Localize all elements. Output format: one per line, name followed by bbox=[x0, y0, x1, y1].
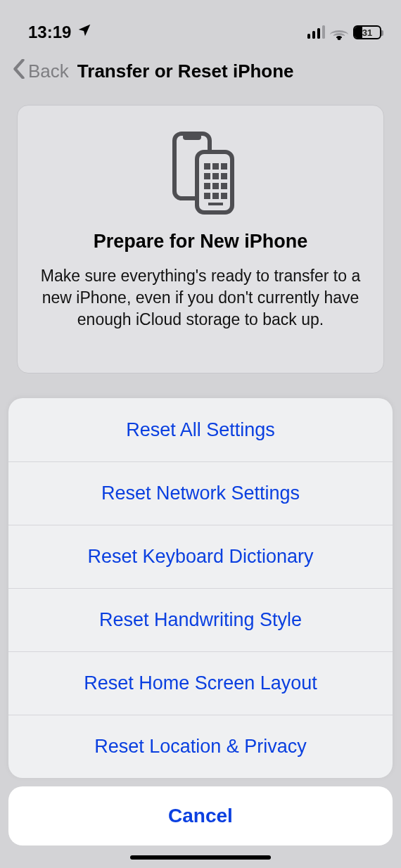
prepare-card: Prepare for New iPhone Make sure everyth… bbox=[17, 105, 384, 374]
svg-rect-10 bbox=[212, 183, 219, 189]
transfer-devices-icon bbox=[155, 131, 246, 215]
svg-rect-5 bbox=[221, 163, 227, 170]
battery-icon: 31 bbox=[353, 25, 381, 39]
svg-rect-9 bbox=[204, 183, 210, 189]
svg-rect-8 bbox=[221, 173, 227, 179]
reset-location-privacy-option[interactable]: Reset Location & Privacy bbox=[8, 715, 393, 778]
back-button[interactable]: Back bbox=[13, 59, 69, 84]
status-left: 13:19 bbox=[28, 23, 92, 42]
action-sheet-list: Reset All Settings Reset Network Setting… bbox=[8, 398, 393, 778]
status-bar: 13:19 31 bbox=[0, 0, 401, 49]
action-sheet: Reset All Settings Reset Network Setting… bbox=[0, 398, 401, 868]
chevron-left-icon bbox=[13, 59, 25, 84]
reset-network-settings-option[interactable]: Reset Network Settings bbox=[8, 461, 393, 525]
battery-percent: 31 bbox=[355, 27, 380, 38]
card-description: Make sure everything's ready to transfer… bbox=[37, 265, 364, 331]
card-title: Prepare for New iPhone bbox=[37, 231, 364, 253]
location-icon bbox=[77, 23, 92, 42]
svg-rect-13 bbox=[212, 193, 219, 199]
reset-handwriting-style-option[interactable]: Reset Handwriting Style bbox=[8, 588, 393, 651]
reset-home-screen-layout-option[interactable]: Reset Home Screen Layout bbox=[8, 651, 393, 715]
page-title: Transfer or Reset iPhone bbox=[77, 60, 294, 82]
svg-rect-6 bbox=[204, 173, 210, 179]
reset-all-settings-option[interactable]: Reset All Settings bbox=[8, 398, 393, 461]
svg-rect-12 bbox=[204, 193, 210, 199]
status-right: 31 bbox=[307, 25, 382, 39]
back-label: Back bbox=[28, 60, 69, 82]
svg-rect-4 bbox=[212, 163, 219, 170]
cellular-signal-icon bbox=[307, 26, 326, 39]
status-time: 13:19 bbox=[28, 23, 71, 42]
svg-rect-7 bbox=[212, 173, 219, 179]
svg-rect-14 bbox=[221, 193, 227, 199]
reset-keyboard-dictionary-option[interactable]: Reset Keyboard Dictionary bbox=[8, 525, 393, 588]
cancel-button[interactable]: Cancel bbox=[8, 786, 393, 845]
svg-rect-1 bbox=[183, 134, 201, 140]
wifi-icon bbox=[330, 25, 348, 39]
nav-bar: Back Transfer or Reset iPhone bbox=[0, 49, 401, 95]
svg-rect-3 bbox=[204, 163, 210, 170]
svg-rect-15 bbox=[208, 203, 223, 205]
svg-rect-11 bbox=[221, 183, 227, 189]
home-indicator[interactable] bbox=[130, 855, 271, 860]
